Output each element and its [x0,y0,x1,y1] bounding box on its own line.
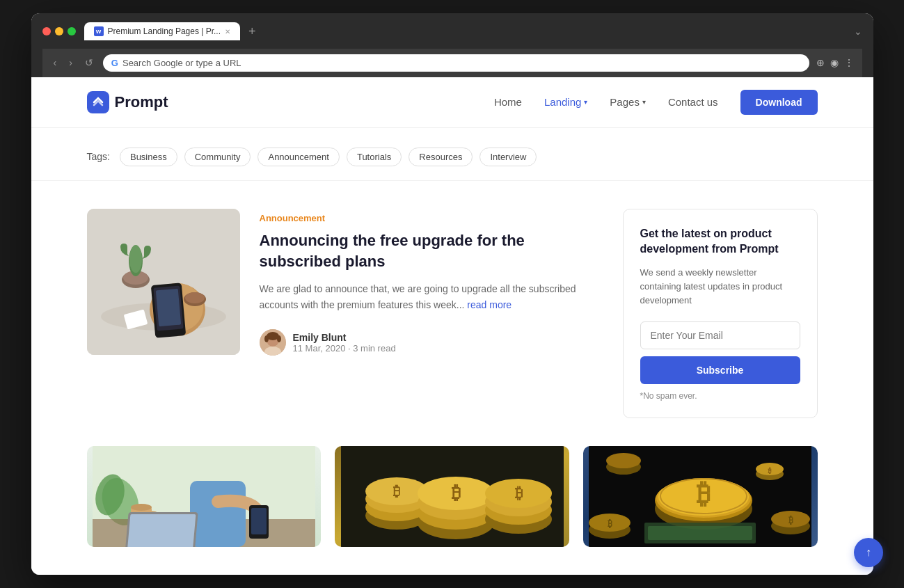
logo-icon [87,91,109,113]
tag-community[interactable]: Community [184,148,251,166]
grid-article-image-3: ₿ ₿ [583,446,818,547]
back-button[interactable]: ‹ [51,54,60,71]
close-tab-icon[interactable]: ✕ [225,28,230,35]
subscribe-button[interactable]: Subscribe [640,356,800,384]
nav-pages[interactable]: Pages ▾ [610,96,646,108]
forward-button[interactable]: › [66,54,75,71]
tab-favicon: W [94,26,104,36]
nav-home[interactable]: Home [494,96,522,108]
tag-tutorials[interactable]: Tutorials [347,148,402,166]
active-tab[interactable]: W Premium Landing Pages | Pr... ✕ [84,22,241,40]
browser-actions: ⊕ ◉ ⋮ [816,57,854,68]
desk-illustration [87,209,240,355]
email-input[interactable] [640,321,800,349]
close-button[interactable] [42,27,51,35]
read-more-link[interactable]: read more [467,299,512,310]
featured-article: Announcement Announcing the free upgrade… [87,209,595,356]
tag-announcement[interactable]: Announcement [257,148,339,166]
traffic-lights [42,27,76,35]
bitcoin-illustration-1: ₿ ₿ [335,446,569,547]
svg-point-18 [277,335,281,342]
tab-title: Premium Landing Pages | Pr... [108,26,221,36]
svg-text:₿: ₿ [788,515,793,525]
logo-text: Prompt [115,93,168,111]
address-bar-row: ‹ › ↺ G Search Google or type a URL ⊕ ◉ … [42,49,862,77]
minimize-button[interactable] [55,27,63,35]
address-text: Search Google or type a URL [122,58,241,68]
svg-rect-26 [190,481,246,547]
tag-resources[interactable]: Resources [409,148,473,166]
svg-text:₿: ₿ [768,467,772,475]
svg-rect-28 [251,508,267,534]
download-button[interactable]: Download [740,90,818,115]
maximize-button[interactable] [68,27,76,35]
navbar: Prompt Home Landing ▾ Pages ▾ Contact us… [31,77,873,128]
author-name: Emily Blunt [293,332,396,343]
author-info: Emily Blunt 11 Mar, 2020 · 3 min read [260,329,595,356]
svg-text:₿: ₿ [697,478,711,509]
svg-rect-8 [155,289,180,327]
grid-article-1[interactable] [87,446,322,547]
bitcoin-illustration-2: ₿ ₿ [583,446,818,547]
tags-section: Tags: Business Community Announcement Tu… [31,128,873,181]
articles-section: Announcement Announcing the free upgrade… [87,209,595,418]
browser-controls: W Premium Landing Pages | Pr... ✕ + ⌄ [42,22,862,42]
refresh-button[interactable]: ↺ [82,54,96,71]
grid-article-image-2: ₿ ₿ [335,446,569,547]
new-tab-button[interactable]: + [246,22,259,42]
tag-business[interactable]: Business [120,148,177,166]
svg-text:₿: ₿ [451,483,460,503]
extensions-icon[interactable]: ⊕ [816,57,825,68]
tab-bar: W Premium Landing Pages | Pr... ✕ + [84,22,846,42]
svg-point-5 [185,292,205,303]
nav-links: Home Landing ▾ Pages ▾ Contact us Downlo… [494,90,818,115]
article-excerpt: We are glad to announce that, we are goi… [260,281,595,312]
chevron-down-icon: ▾ [642,98,646,106]
grid-article-2[interactable]: ₿ ₿ [335,446,569,547]
no-spam-text: *No spam ever. [640,391,800,401]
author-details: Emily Blunt 11 Mar, 2020 · 3 min read [293,332,396,353]
window-expand-icon[interactable]: ⌄ [854,26,862,37]
article-category: Announcement [260,213,326,223]
author-meta: 11 Mar, 2020 · 3 min read [293,343,396,353]
person-illustration [87,446,322,547]
article-content: Announcement Announcing the free upgrade… [260,209,595,356]
newsletter-description: We send a weekly newsletter containing l… [640,266,800,308]
article-title: Announcing the free upgrade for the subs… [260,230,595,271]
chevron-down-icon: ▾ [584,98,587,106]
svg-text:₿: ₿ [514,484,522,502]
svg-point-17 [264,335,269,342]
svg-point-25 [131,504,152,511]
grid-articles: ₿ ₿ [31,446,873,575]
address-bar[interactable]: G Search Google or type a URL [103,54,809,72]
tags-label: Tags: [87,151,110,162]
article-image [87,209,240,355]
arrow-up-icon: ↑ [866,546,871,559]
newsletter-title: Get the latest on product development fr… [640,226,800,257]
menu-icon[interactable]: ⋮ [844,57,854,68]
svg-rect-66 [648,526,752,540]
browser-window: W Premium Landing Pages | Pr... ✕ + ⌄ ‹ … [31,13,873,575]
logo[interactable]: Prompt [87,91,168,113]
nav-landing[interactable]: Landing ▾ [544,96,587,108]
svg-text:₿: ₿ [608,518,612,529]
profile-icon[interactable]: ◉ [830,57,839,68]
scroll-to-top-button[interactable]: ↑ [854,538,883,567]
grid-article-image-1 [87,446,322,547]
browser-chrome: W Premium Landing Pages | Pr... ✕ + ⌄ ‹ … [31,13,873,77]
svg-point-12 [129,245,142,273]
newsletter-sidebar: Get the latest on product development fr… [623,209,818,418]
nav-contact[interactable]: Contact us [668,96,718,108]
main-content: Announcement Announcing the free upgrade… [31,181,873,446]
google-icon: G [111,58,118,68]
svg-rect-30 [127,514,196,547]
svg-point-55 [606,453,641,468]
grid-article-3[interactable]: ₿ ₿ [583,446,818,547]
newsletter-box: Get the latest on product development fr… [623,209,818,418]
page-content: Prompt Home Landing ▾ Pages ▾ Contact us… [31,77,873,575]
author-avatar [260,329,286,356]
tag-interview[interactable]: Interview [479,148,537,166]
svg-text:₿: ₿ [393,484,400,499]
